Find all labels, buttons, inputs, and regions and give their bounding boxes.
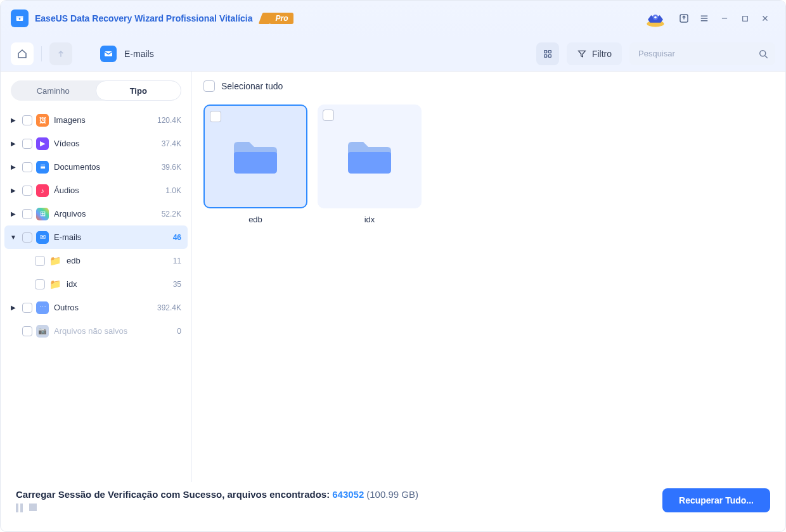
cat-other-icon: ⋯ — [36, 301, 49, 314]
tree-count: 52.2K — [162, 210, 181, 218]
svg-rect-16 — [548, 50, 551, 53]
tree-checkbox[interactable] — [22, 303, 32, 313]
tree-row-áudios[interactable]: ▶♪Áudios1.0K — [4, 179, 188, 202]
tree-checkbox[interactable] — [22, 232, 32, 243]
folder-caption: idx — [318, 208, 422, 224]
tree-row-imagens[interactable]: ▶🖼Imagens120.4K — [4, 108, 188, 132]
view-segment: Caminho Tipo — [11, 80, 181, 101]
app-logo-icon — [11, 10, 29, 27]
svg-point-19 — [760, 50, 766, 56]
tree-row-arquivos-não-salvos[interactable]: 📷Arquivos não salvos0 — [4, 319, 188, 343]
folder-thumb[interactable] — [203, 104, 307, 208]
folder-card-idx[interactable]: idx — [318, 104, 422, 224]
card-checkbox[interactable] — [323, 110, 334, 121]
tree-count: 46 — [173, 233, 181, 242]
tree-checkbox[interactable] — [22, 209, 32, 219]
cat-arc-icon: ⊞ — [36, 208, 49, 220]
chevron-right-icon[interactable]: ▶ — [8, 304, 18, 311]
tree-label: Documentos — [54, 162, 162, 172]
card-checkbox[interactable] — [210, 111, 221, 122]
svg-line-20 — [765, 56, 768, 58]
body: Caminho Tipo ▶🖼Imagens120.4K▶▶Vídeos37.4… — [1, 72, 785, 482]
svg-point-5 — [654, 16, 656, 18]
breadcrumb-label: E-mails — [124, 49, 154, 59]
tree-label: Outros — [54, 303, 157, 312]
tree-label: Arquivos não salvos — [54, 326, 177, 336]
filter-button[interactable]: Filtro — [567, 42, 622, 65]
tree-count: 39.6K — [162, 163, 181, 172]
status-prefix: Carregar Sessão de Verificação com Suces… — [16, 489, 330, 500]
tree-checkbox[interactable] — [22, 139, 32, 149]
minimize-button[interactable] — [714, 8, 735, 28]
toolbar-separator — [41, 46, 42, 61]
tree-label: idx — [67, 279, 173, 289]
maximize-button[interactable] — [735, 8, 755, 28]
filter-icon — [577, 49, 587, 59]
content-area: Selecionar tudo edbidx — [192, 72, 785, 482]
search-input[interactable] — [629, 42, 775, 65]
up-button[interactable] — [49, 42, 72, 65]
home-button[interactable] — [11, 42, 34, 65]
segment-path[interactable]: Caminho — [11, 80, 96, 101]
tree-checkbox[interactable] — [35, 256, 45, 266]
tree-row-documentos[interactable]: ▶≣Documentos39.6K — [4, 155, 188, 179]
pro-badge: Pro — [261, 13, 293, 24]
cat-vid-icon: ▶ — [36, 137, 49, 150]
chevron-right-icon[interactable]: ▶ — [8, 210, 18, 217]
tree-row-edb[interactable]: 📁edb11 — [4, 249, 188, 272]
cat-folder-icon: 📁 — [49, 278, 61, 291]
select-all-checkbox[interactable] — [203, 80, 215, 92]
tree-row-vídeos[interactable]: ▶▶Vídeos37.4K — [4, 132, 188, 155]
cat-img-icon: 🖼 — [36, 114, 49, 127]
cat-folder-icon: 📁 — [49, 255, 61, 267]
cat-mail-icon: ✉ — [36, 231, 49, 244]
pause-icon[interactable] — [16, 504, 23, 512]
tree-checkbox[interactable] — [22, 186, 32, 196]
menu-icon[interactable] — [694, 8, 714, 28]
search-box[interactable] — [629, 42, 775, 65]
tree-count: 1.0K — [165, 186, 181, 195]
scan-controls — [16, 504, 37, 512]
status-count: 643052 — [332, 489, 364, 500]
close-button[interactable] — [755, 8, 775, 28]
content-header: Selecionar tudo — [192, 72, 785, 101]
svg-rect-11 — [742, 16, 747, 21]
grid-view-button[interactable] — [536, 42, 559, 65]
recover-all-button[interactable]: Recuperar Tudo... — [662, 488, 770, 512]
tree-row-e-mails[interactable]: ▼✉E-mails46 — [4, 225, 188, 249]
tree-row-idx[interactable]: 📁idx35 — [4, 272, 188, 296]
stop-icon[interactable] — [29, 504, 37, 511]
user-badge-icon[interactable] — [645, 10, 666, 27]
folder-card-edb[interactable]: edb — [203, 104, 307, 224]
segment-type[interactable]: Tipo — [96, 80, 182, 101]
chevron-right-icon[interactable]: ▶ — [8, 117, 18, 124]
tree-label: E-mails — [54, 232, 173, 242]
titlebar: EaseUS Data Recovery Wizard Profissional… — [1, 1, 785, 36]
tree-label: edb — [67, 256, 173, 265]
svg-rect-15 — [544, 50, 547, 53]
svg-rect-1 — [16, 16, 23, 18]
tree-checkbox[interactable] — [22, 326, 32, 336]
status-size: (100.99 GB) — [366, 489, 418, 500]
tree-label: Imagens — [54, 115, 157, 125]
chevron-right-icon[interactable]: ▶ — [8, 187, 18, 194]
folder-icon — [344, 136, 395, 177]
tree-checkbox[interactable] — [22, 162, 32, 172]
folder-thumb[interactable] — [318, 104, 422, 208]
toolbar: E-mails Filtro — [1, 36, 785, 72]
app-title: EaseUS Data Recovery Wizard Profissional… — [35, 13, 253, 23]
tree-checkbox[interactable] — [35, 279, 45, 289]
tree-row-outros[interactable]: ▶⋯Outros392.4K — [4, 296, 188, 319]
svg-rect-17 — [544, 54, 547, 57]
tree-label: Áudios — [54, 186, 165, 195]
share-icon[interactable] — [674, 8, 694, 28]
chevron-right-icon[interactable]: ▶ — [8, 140, 18, 147]
tree-row-arquivos[interactable]: ▶⊞Arquivos52.2K — [4, 202, 188, 225]
chevron-down-icon[interactable]: ▼ — [8, 234, 18, 241]
chevron-right-icon[interactable]: ▶ — [8, 163, 18, 170]
cat-uns-icon: 📷 — [36, 325, 49, 338]
tree-label: Vídeos — [54, 139, 162, 148]
status-line: Carregar Sessão de Verificação com Suces… — [16, 489, 770, 500]
svg-point-2 — [19, 18, 21, 20]
tree-checkbox[interactable] — [22, 115, 32, 125]
